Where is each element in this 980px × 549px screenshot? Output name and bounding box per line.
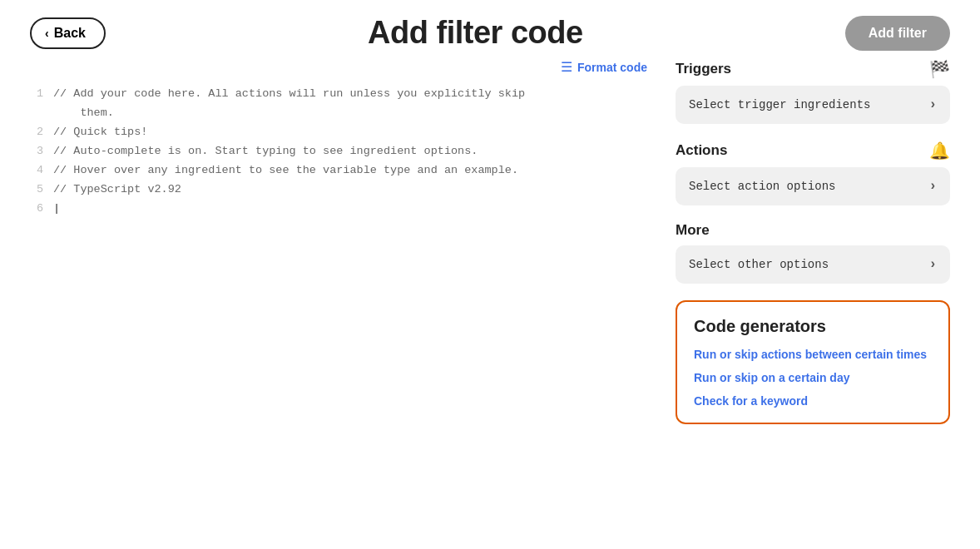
generator-link-times[interactable]: Run or skip actions between certain time… <box>694 348 932 361</box>
line-number: 2 <box>30 123 43 142</box>
more-section: More Select other options › <box>676 222 950 284</box>
triggers-title: Triggers <box>676 61 731 77</box>
line-content: // Hover over any ingredient to see the … <box>53 161 518 181</box>
code-generators-title: Code generators <box>694 317 932 336</box>
select-action-label: Select action options <box>689 180 835 193</box>
code-line-2: 2 // Quick tips! <box>30 123 651 142</box>
actions-section: Actions 🔔 Select action options › <box>676 141 950 205</box>
format-code-bar: ☰ Format code <box>30 59 651 75</box>
chevron-right-icon: › <box>928 97 937 112</box>
line-number: 1 <box>30 85 43 104</box>
header: ‹ Back Add filter code Add filter <box>0 0 980 59</box>
select-other-row[interactable]: Select other options › <box>676 245 950 284</box>
select-other-label: Select other options <box>689 258 829 271</box>
more-title: More <box>676 222 710 239</box>
format-code-button[interactable]: Format code <box>577 61 647 74</box>
line-number <box>30 104 43 123</box>
right-panel: Triggers 🏁 Select trigger ingredients › … <box>676 59 950 424</box>
line-number: 6 <box>30 200 43 219</box>
code-line-4: 4 // Hover over any ingredient to see th… <box>30 161 651 181</box>
page-title: Add filter code <box>368 15 583 51</box>
code-line-6: 6 <box>30 200 651 219</box>
select-action-row[interactable]: Select action options › <box>676 167 950 205</box>
code-generators-section: Code generators Run or skip actions betw… <box>676 300 950 424</box>
code-line-5: 5 // TypeScript v2.92 <box>30 181 651 200</box>
actions-icon: 🔔 <box>929 141 950 161</box>
line-content: // Auto-complete is on. Start typing to … <box>53 142 478 161</box>
line-content <box>53 200 60 219</box>
line-content: // Add your code here. All actions will … <box>53 85 525 104</box>
select-trigger-label: Select trigger ingredients <box>689 98 870 111</box>
line-number: 4 <box>30 161 43 181</box>
select-trigger-row[interactable]: Select trigger ingredients › <box>676 86 950 124</box>
add-filter-button[interactable]: Add filter <box>845 16 950 51</box>
line-content: // Quick tips! <box>53 123 147 142</box>
code-line-3: 3 // Auto-complete is on. Start typing t… <box>30 142 651 161</box>
actions-header: Actions 🔔 <box>676 141 950 161</box>
chevron-right-icon: › <box>928 179 937 194</box>
generator-link-day[interactable]: Run or skip on a certain day <box>694 371 932 384</box>
line-content: // TypeScript v2.92 <box>53 181 181 200</box>
more-header: More <box>676 222 950 239</box>
line-content: them. <box>53 104 114 123</box>
actions-title: Actions <box>676 142 727 159</box>
triggers-header: Triggers 🏁 <box>676 59 950 79</box>
line-number: 3 <box>30 142 43 161</box>
generator-link-keyword[interactable]: Check for a keyword <box>694 394 932 408</box>
code-editor[interactable]: 1 // Add your code here. All actions wil… <box>30 82 651 222</box>
chevron-left-icon: ‹ <box>45 27 49 40</box>
main-content: ☰ Format code 1 // Add your code here. A… <box>0 59 980 441</box>
back-button[interactable]: ‹ Back <box>30 17 106 49</box>
editor-panel: ☰ Format code 1 // Add your code here. A… <box>30 59 651 424</box>
format-icon: ☰ <box>561 59 572 75</box>
code-line-1b: them. <box>30 104 651 123</box>
code-line-1: 1 // Add your code here. All actions wil… <box>30 85 651 104</box>
triggers-icon: 🏁 <box>929 59 950 79</box>
line-number: 5 <box>30 181 43 200</box>
triggers-section: Triggers 🏁 Select trigger ingredients › <box>676 59 950 124</box>
chevron-right-icon: › <box>928 257 937 272</box>
back-label: Back <box>54 26 86 41</box>
